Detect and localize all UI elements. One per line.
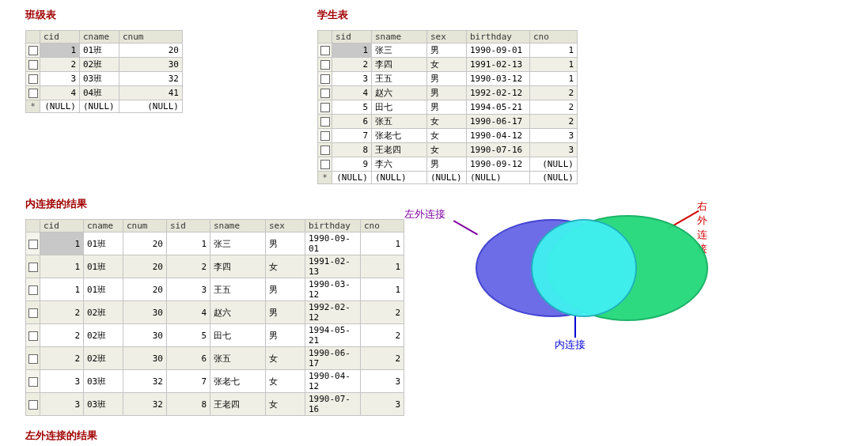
cell-sid: 2 xyxy=(332,58,372,72)
table-row[interactable]: 303班328王老四女1990-07-163 xyxy=(26,393,404,416)
table-row[interactable]: 7张老七女1990-04-123 xyxy=(318,129,578,143)
row-checkbox[interactable] xyxy=(26,347,40,370)
cell-cid: 3 xyxy=(40,72,80,86)
cell-sname: 田七 xyxy=(372,100,427,115)
cell-cnum: 30 xyxy=(123,347,167,370)
cell-cno: 1 xyxy=(361,232,404,255)
table-row[interactable]: 9李六男1990-09-12(NULL) xyxy=(318,157,578,172)
row-marker-header xyxy=(26,220,40,232)
checkbox-icon xyxy=(320,103,330,112)
table-row[interactable]: 1张三男1990-09-011 xyxy=(318,43,578,58)
row-checkbox[interactable] xyxy=(26,278,40,301)
cell-sid: 6 xyxy=(167,347,210,370)
cell-sname: 张三 xyxy=(210,232,266,255)
table-row[interactable]: 303班327张老七女1990-04-123 xyxy=(26,370,404,393)
cell-sid: 4 xyxy=(167,301,210,324)
cell-cname: 03班 xyxy=(80,72,119,86)
checkbox-icon xyxy=(28,354,38,364)
cell-cname: 03班 xyxy=(84,370,123,393)
cell-sname: 王五 xyxy=(210,278,266,301)
row-checkbox[interactable] xyxy=(318,115,332,129)
cell-birthday: 1991-02-13 xyxy=(305,255,361,278)
cell-cname: 02班 xyxy=(84,324,123,347)
table-row[interactable]: 202班304赵六男1992-02-122 xyxy=(26,301,404,324)
row-checkbox[interactable] xyxy=(26,255,40,278)
cell-cname: 02班 xyxy=(84,347,123,370)
row-checkbox[interactable] xyxy=(318,157,332,172)
row-checkbox[interactable] xyxy=(26,72,40,86)
table-row[interactable]: 101班20 xyxy=(26,43,183,58)
inner-join-table: cidcnamecnumsidsnamesexbirthdaycno101班20… xyxy=(25,219,404,416)
row-checkbox[interactable] xyxy=(26,86,40,100)
checkbox-icon xyxy=(28,285,38,295)
cell-birthday: 1990-09-01 xyxy=(467,43,530,58)
venn-inner-arrow xyxy=(574,316,576,338)
table-row[interactable]: 303班32 xyxy=(26,72,183,86)
cell-sex: 男 xyxy=(427,72,467,86)
class-table: cidcnamecnum101班20202班30303班32404班41*(NU… xyxy=(25,30,183,113)
row-checkbox[interactable] xyxy=(318,143,332,157)
row-checkbox[interactable] xyxy=(318,100,332,115)
cell-cname: 01班 xyxy=(84,278,123,301)
column-header: sname xyxy=(210,220,266,232)
cell-sex: 男 xyxy=(266,278,305,301)
row-checkbox[interactable] xyxy=(318,72,332,86)
table-row[interactable]: 3王五男1990-03-121 xyxy=(318,72,578,86)
cell-sid: 6 xyxy=(332,115,372,129)
cell-birthday: 1990-07-16 xyxy=(467,143,530,157)
row-checkbox[interactable] xyxy=(318,129,332,143)
cell-sid: 8 xyxy=(167,393,210,416)
class-table-title: 班级表 xyxy=(25,6,183,24)
table-row[interactable]: 8王老四女1990-07-163 xyxy=(318,143,578,157)
column-header: cnum xyxy=(123,220,167,232)
row-checkbox[interactable] xyxy=(26,232,40,255)
cell-sex: 男 xyxy=(427,43,467,58)
new-row-marker[interactable]: * xyxy=(318,172,332,184)
row-checkbox[interactable] xyxy=(26,301,40,324)
row-checkbox[interactable] xyxy=(318,43,332,58)
row-checkbox[interactable] xyxy=(318,86,332,100)
cell-sid: 3 xyxy=(167,278,210,301)
cell-cid: 1 xyxy=(40,278,84,301)
table-row[interactable]: 101班202李四女1991-02-131 xyxy=(26,255,404,278)
row-checkbox[interactable] xyxy=(26,393,40,416)
checkbox-icon xyxy=(320,131,330,141)
new-row-marker[interactable]: * xyxy=(26,100,40,113)
null-row[interactable]: *(NULL)(NULL)(NULL) xyxy=(26,100,183,113)
row-checkbox[interactable] xyxy=(26,370,40,393)
null-row[interactable]: *(NULL)(NULL)(NULL)(NULL)(NULL) xyxy=(318,172,578,184)
left-join-title: 左外连接的结果 xyxy=(25,427,868,444)
column-header: cname xyxy=(80,31,119,43)
cell-birthday: 1990-03-12 xyxy=(305,278,361,301)
table-row[interactable]: 202班30 xyxy=(26,58,183,72)
table-row[interactable]: 101班201张三男1990-09-011 xyxy=(26,232,404,255)
row-checkbox[interactable] xyxy=(26,43,40,58)
cell-cno: 1 xyxy=(361,278,404,301)
cell-cnum: 41 xyxy=(119,86,183,100)
table-row[interactable]: 6张五女1990-06-172 xyxy=(318,115,578,129)
table-row[interactable]: 5田七男1994-05-212 xyxy=(318,100,578,115)
cell-sid: 7 xyxy=(332,129,372,143)
cell-birthday: 1992-02-12 xyxy=(305,301,361,324)
table-row[interactable]: 101班203王五男1990-03-121 xyxy=(26,278,404,301)
venn-left-label: 左外连接 xyxy=(404,207,445,221)
row-checkbox[interactable] xyxy=(26,324,40,347)
cell-cno: 2 xyxy=(361,324,404,347)
checkbox-icon xyxy=(320,160,330,169)
cell-cnum: 30 xyxy=(119,58,183,72)
checkbox-icon xyxy=(28,377,38,387)
column-header: birthday xyxy=(305,220,361,232)
cell-cno: 3 xyxy=(361,370,404,393)
table-row[interactable]: 202班305田七男1994-05-212 xyxy=(26,324,404,347)
cell-sex: 男 xyxy=(266,324,305,347)
cell-birthday: 1990-09-01 xyxy=(305,232,361,255)
table-row[interactable]: 2李四女1991-02-131 xyxy=(318,58,578,72)
row-checkbox[interactable] xyxy=(318,58,332,72)
row-checkbox[interactable] xyxy=(26,58,40,72)
cell-cno: 1 xyxy=(530,43,578,58)
checkbox-icon xyxy=(28,308,38,318)
table-row[interactable]: 404班41 xyxy=(26,86,183,100)
table-row[interactable]: 4赵六男1992-02-122 xyxy=(318,86,578,100)
table-row[interactable]: 202班306张五女1990-06-172 xyxy=(26,347,404,370)
inner-join-title: 内连接的结果 xyxy=(25,195,404,213)
